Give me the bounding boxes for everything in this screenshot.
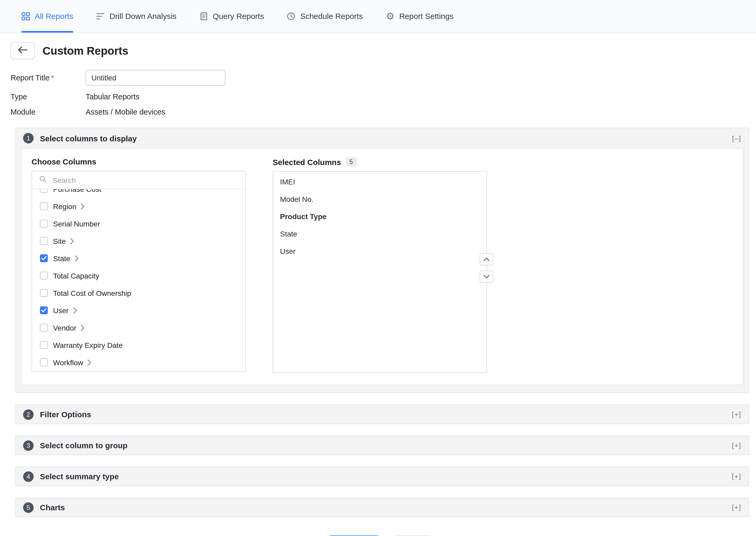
- column-option[interactable]: Total Capacity: [32, 267, 246, 284]
- drilldown-icon: [96, 12, 105, 20]
- selected-columns-heading: Selected Columns 5: [273, 157, 487, 167]
- section-select-column-to-group: 3 Select column to group [+]: [15, 436, 749, 455]
- chevron-right-icon[interactable]: [70, 238, 74, 244]
- tab-label: All Reports: [35, 12, 73, 20]
- column-option-label: State: [53, 254, 70, 262]
- section-charts: 5 Charts [+]: [15, 498, 749, 517]
- checkbox[interactable]: [40, 358, 48, 366]
- tab-label: Report Settings: [399, 12, 454, 20]
- checkbox[interactable]: [40, 324, 48, 332]
- column-option[interactable]: State: [32, 250, 246, 267]
- section-select-columns-header[interactable]: 1 Select columns to display [–]: [16, 128, 749, 148]
- module-label: Module: [11, 108, 86, 116]
- chevron-right-icon[interactable]: [87, 359, 92, 365]
- report-meta-form: Report Title* Type Tabular Reports Modul…: [11, 70, 749, 116]
- tab-schedule-reports[interactable]: Schedule Reports: [287, 0, 363, 33]
- section-number-badge: 2: [23, 409, 34, 419]
- section-select-column-to-group-header[interactable]: 3 Select column to group [+]: [16, 436, 749, 454]
- document-icon: [200, 12, 208, 20]
- column-option[interactable]: Serial Number: [32, 215, 246, 232]
- back-button[interactable]: [11, 42, 35, 59]
- column-option-label: Workflow: [53, 358, 83, 367]
- column-option[interactable]: Site: [32, 232, 246, 250]
- section-select-summary-type: 4 Select summary type [+]: [15, 467, 749, 486]
- selected-column-item[interactable]: Model No.: [273, 190, 486, 208]
- column-option[interactable]: Warranty Expiry Date: [32, 336, 246, 354]
- back-arrow-icon: [17, 46, 28, 55]
- tab-label: Query Reports: [213, 12, 264, 20]
- checkbox-checked[interactable]: [40, 306, 48, 314]
- section-select-summary-type-header[interactable]: 4 Select summary type [+]: [16, 467, 749, 486]
- checkbox-checked[interactable]: [40, 254, 48, 262]
- page-header: Custom Reports: [11, 42, 749, 59]
- column-option[interactable]: Purchase Cost: [32, 189, 246, 198]
- section-number-badge: 1: [23, 133, 34, 144]
- expand-toggle-icon[interactable]: [+]: [732, 503, 741, 511]
- checkbox[interactable]: [40, 189, 48, 193]
- column-option[interactable]: Total Cost of Ownership: [32, 284, 246, 302]
- column-option[interactable]: Vendor: [32, 319, 246, 336]
- checkbox[interactable]: [40, 237, 48, 245]
- report-title-label: Report Title*: [11, 74, 86, 82]
- type-value: Tabular Reports: [86, 92, 140, 101]
- column-option[interactable]: Workflow: [32, 354, 246, 371]
- selected-count-badge: 5: [346, 157, 356, 167]
- section-filter-options-header[interactable]: 2 Filter Options [+]: [16, 405, 749, 423]
- checkbox[interactable]: [40, 289, 48, 297]
- tab-report-settings[interactable]: ⚙ Report Settings: [386, 0, 453, 33]
- search-input[interactable]: [51, 175, 246, 185]
- expand-toggle-icon[interactable]: [+]: [732, 441, 741, 449]
- checkbox[interactable]: [40, 220, 48, 227]
- grid-icon: [21, 12, 30, 20]
- selected-column-item[interactable]: Product Type: [273, 208, 486, 225]
- clock-icon: [287, 12, 296, 20]
- column-option-label: Purchase Cost: [53, 189, 101, 193]
- reorder-controls: [480, 253, 493, 283]
- section-number-badge: 4: [23, 471, 34, 482]
- expand-toggle-icon[interactable]: [+]: [732, 410, 741, 418]
- column-option-label: Region: [53, 202, 77, 211]
- custom-reports-page: All Reports Drill Down Analysis Query Re…: [0, 0, 756, 536]
- column-option-label: Total Cost of Ownership: [53, 289, 131, 297]
- selected-column-item[interactable]: State: [273, 225, 486, 242]
- tab-query-reports[interactable]: Query Reports: [200, 0, 264, 33]
- tab-drill-down-analysis[interactable]: Drill Down Analysis: [96, 0, 177, 33]
- column-option[interactable]: Region: [32, 198, 246, 215]
- column-option[interactable]: User: [32, 302, 246, 319]
- gear-icon: ⚙: [386, 12, 394, 20]
- chevron-right-icon[interactable]: [74, 255, 79, 261]
- chevron-right-icon[interactable]: [73, 307, 77, 314]
- chevron-right-icon[interactable]: [81, 324, 85, 331]
- selected-columns-block: Selected Columns 5 IMEI Model No. Produc…: [273, 157, 487, 385]
- checkbox[interactable]: [40, 341, 48, 349]
- section-number-badge: 5: [23, 502, 34, 513]
- page-title: Custom Reports: [43, 45, 128, 57]
- search-icon: [39, 175, 47, 185]
- top-nav: All Reports Drill Down Analysis Query Re…: [0, 0, 756, 33]
- tab-label: Drill Down Analysis: [110, 12, 177, 20]
- selected-columns-listbox: IMEI Model No. Product Type State User: [273, 171, 487, 373]
- chevron-right-icon[interactable]: [81, 203, 85, 209]
- choose-columns-heading: Choose Columns: [32, 157, 246, 166]
- choose-columns-block: Choose Columns Pu: [32, 157, 246, 385]
- section-filter-options: 2 Filter Options [+]: [15, 405, 749, 424]
- section-charts-header[interactable]: 5 Charts [+]: [16, 498, 749, 517]
- selected-column-item[interactable]: IMEI: [273, 173, 486, 190]
- selected-column-item[interactable]: User: [273, 242, 486, 260]
- expand-toggle-icon[interactable]: [+]: [732, 472, 741, 480]
- tab-all-reports[interactable]: All Reports: [21, 0, 73, 33]
- section-select-columns: 1 Select columns to display [–] Choose C…: [15, 128, 749, 393]
- column-option-label: User: [53, 306, 69, 315]
- column-option-label: Serial Number: [53, 219, 100, 228]
- report-title-input[interactable]: [86, 70, 225, 86]
- move-up-button[interactable]: [480, 253, 493, 265]
- section-title: Filter Options: [40, 410, 732, 419]
- checkbox[interactable]: [40, 202, 48, 210]
- column-options-list[interactable]: Purchase Cost Region Serial Number: [32, 189, 246, 372]
- checkbox[interactable]: [40, 272, 48, 280]
- move-down-button[interactable]: [480, 271, 493, 283]
- column-option-label: Site: [53, 237, 66, 245]
- section-title: Select columns to display: [40, 134, 732, 143]
- section-title: Charts: [40, 503, 732, 512]
- collapse-toggle-icon[interactable]: [–]: [732, 134, 741, 142]
